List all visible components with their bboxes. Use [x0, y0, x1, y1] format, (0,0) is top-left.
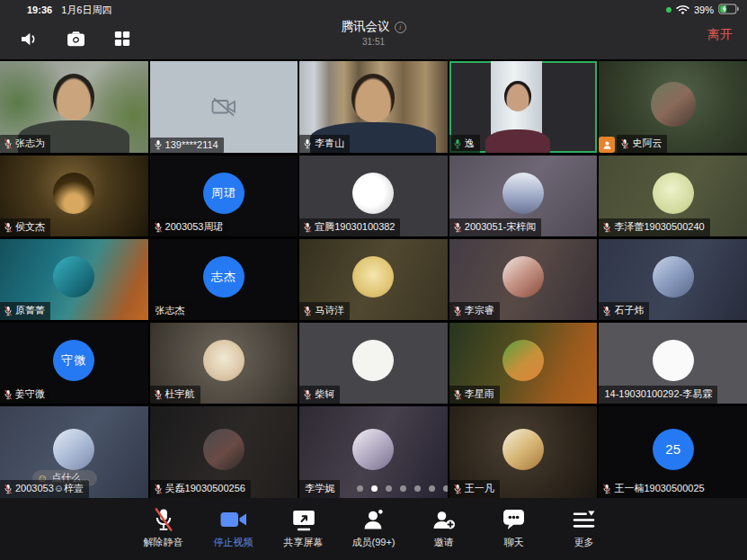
avatar: [53, 173, 94, 214]
toolbar-item-members[interactable]: 成员(99+): [351, 508, 396, 560]
participant-name: 2003051-宋梓闻: [465, 220, 537, 234]
toolbar-item-more[interactable]: 更多: [562, 508, 607, 560]
participant-label: 李宗睿: [449, 302, 500, 320]
avatar: [53, 429, 94, 470]
wifi-icon: [676, 4, 689, 16]
meeting-title: 腾讯会议: [342, 19, 390, 35]
flip-camera-icon[interactable]: [65, 29, 86, 49]
participant-name: 张志杰: [156, 304, 185, 317]
page-dot[interactable]: [443, 485, 448, 492]
participant-label: 侯文杰: [0, 218, 50, 236]
participant-label: 马诗洋: [299, 302, 350, 320]
participant-label: 杜宇航: [150, 386, 200, 404]
mic-status-icon: [154, 484, 163, 494]
participant-label: 张志杰: [150, 302, 191, 320]
page-dot[interactable]: [429, 485, 435, 492]
participant-name: 柴轲: [315, 387, 334, 401]
participant-label: 李星雨: [449, 386, 500, 404]
participant-name: 14-19030100292-李易霖: [604, 387, 712, 401]
avatar: [203, 340, 245, 381]
participant-label: 李泽蕾19030500240: [599, 218, 709, 236]
participant-tile[interactable]: 马诗洋: [299, 239, 448, 320]
participant-name: 石子炜: [614, 304, 644, 317]
participant-label: 柴轲: [299, 386, 340, 404]
participant-tile[interactable]: 张志为: [0, 61, 148, 153]
participant-name: 2003053周珺: [165, 220, 224, 234]
participant-tile[interactable]: 139****2114: [150, 61, 298, 153]
top-toolbar: 腾讯会议 i 31:51 离开: [0, 18, 747, 59]
participant-tile[interactable]: 李星雨: [449, 323, 598, 404]
participant-tile[interactable]: 志杰张志杰: [150, 239, 298, 320]
participant-tile[interactable]: 柴轲: [299, 323, 448, 404]
page-dot[interactable]: [357, 485, 363, 492]
page-dot[interactable]: [414, 485, 421, 492]
participant-face: [504, 81, 531, 111]
page-dot[interactable]: [386, 485, 392, 492]
info-icon[interactable]: i: [395, 22, 406, 33]
mic-status-icon: [602, 222, 611, 233]
speaker-icon[interactable]: [18, 29, 40, 49]
participant-tile[interactable]: 杜宇航: [150, 323, 298, 404]
participant-video: [485, 129, 550, 153]
video-grid: 张志为 139****2114 李青山 逸 史阿云 侯文杰周珺 2003053周…: [0, 61, 747, 498]
mic-status-icon: [154, 139, 163, 150]
participant-tile[interactable]: 李宗睿: [449, 239, 598, 320]
participant-tile[interactable]: 石子炜: [599, 239, 747, 320]
participant-name: 姜守微: [15, 387, 45, 401]
mic-status-icon: [303, 222, 312, 233]
leave-button[interactable]: 离开: [707, 27, 733, 43]
participant-tile[interactable]: 李泽蕾19030500240: [599, 156, 747, 236]
participant-tile[interactable]: 原菁菁: [0, 239, 148, 320]
participant-tile[interactable]: 逸: [449, 61, 598, 153]
participant-tile[interactable]: 2003051-宋梓闻: [449, 156, 598, 236]
participant-tile[interactable]: 王一凡: [449, 406, 598, 498]
toolbar-item-label: 成员(99+): [352, 536, 396, 549]
avatar: 守微: [53, 340, 94, 381]
participant-name: 张志为: [15, 137, 45, 150]
avatar: 25: [653, 429, 694, 470]
participant-tile[interactable]: 吴磊19030500256: [150, 406, 298, 498]
mic-status-icon: [4, 222, 13, 233]
participant-label: 吴磊19030500256: [150, 480, 251, 498]
toolbar-item-share-screen[interactable]: 共享屏幕: [281, 508, 326, 560]
battery-percent: 39%: [694, 4, 714, 15]
participant-tile[interactable]: 李青山: [299, 61, 448, 153]
toolbar-item-stop-video[interactable]: 停止视频: [211, 508, 256, 560]
participant-tile[interactable]: 史阿云: [599, 61, 747, 153]
participant-name: 王一凡: [465, 482, 494, 495]
participant-name: 139****2114: [165, 139, 218, 150]
participant-label: 李青山: [299, 135, 350, 153]
toolbar-item-invite[interactable]: 邀请: [422, 508, 467, 560]
participant-tile[interactable]: 周珺 2003053周珺: [150, 156, 298, 236]
participant-tile[interactable]: 李学娓: [299, 406, 448, 498]
page-dot[interactable]: [371, 485, 378, 492]
toolbar-item-unmute[interactable]: 解除静音: [141, 508, 186, 560]
participant-label: 史阿云: [599, 135, 667, 153]
participant-name: 李星雨: [465, 387, 494, 401]
participant-tile[interactable]: 宜腾19030100382: [299, 156, 448, 236]
participant-name: 吴磊19030500256: [165, 482, 245, 495]
participant-label: 王一楠19030500025: [599, 480, 709, 498]
participant-tile[interactable]: 25 王一楠19030500025: [599, 406, 747, 498]
participant-tile[interactable]: 14-19030100292-李易霖: [599, 323, 747, 404]
mic-status-icon: [4, 138, 13, 149]
toolbar-item-chat[interactable]: 聊天: [492, 508, 537, 560]
more-icon: [573, 508, 595, 531]
grid-view-icon[interactable]: [111, 29, 133, 49]
page-indicator-dots[interactable]: [357, 485, 448, 492]
participant-label: 宜腾19030100382: [299, 218, 400, 236]
participant-tile[interactable]: 2003053☺梓壹☺点什么...: [0, 406, 148, 498]
chat-icon: [502, 508, 525, 531]
avatar: [502, 340, 544, 381]
participant-tile[interactable]: 侯文杰: [0, 156, 148, 236]
avatar: [203, 429, 245, 470]
participant-name: 李学娓: [305, 482, 334, 495]
invite-icon: [432, 508, 456, 531]
participant-tile[interactable]: 守微 姜守微: [0, 323, 148, 404]
avatar: [502, 429, 544, 470]
avatar: [352, 340, 394, 381]
page-dot[interactable]: [400, 485, 406, 492]
avatar: 周珺: [203, 173, 245, 214]
status-date: 1月6日周四: [61, 4, 111, 17]
participant-label: 2003053周珺: [150, 218, 229, 236]
